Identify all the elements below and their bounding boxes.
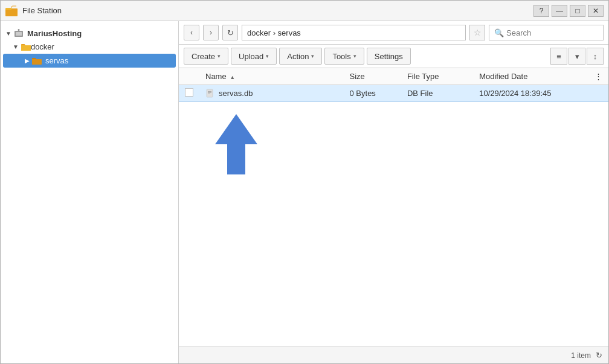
file-name: servas.db — [219, 89, 253, 98]
sidebar: ▼ MariusHosting ▼ docker ▶ — [1, 21, 179, 363]
settings-button[interactable]: Settings — [367, 48, 411, 65]
col-type-header[interactable]: File Type — [401, 68, 473, 85]
navigation-toolbar: ‹ › ↻ docker › servas ☆ 🔍 — [179, 21, 608, 45]
table-header-row: Name ▲ Size File Type Modified Date — [179, 68, 608, 85]
sort-button[interactable]: ↕ — [587, 48, 604, 65]
annotation-arrow-container — [179, 102, 608, 174]
action-label: Action — [287, 52, 309, 61]
row-type-cell: DB File — [401, 85, 473, 102]
col-checkbox-header — [179, 68, 199, 85]
path-bar[interactable]: docker › servas — [242, 25, 466, 40]
status-bar: 1 item ↻ — [179, 346, 608, 363]
sidebar-item-servas-label: servas — [45, 56, 68, 65]
window-controls: ? — □ ✕ — [533, 5, 604, 17]
file-panel: ‹ › ↻ docker › servas ☆ 🔍 Create ▾ — [179, 21, 608, 363]
row-more-cell — [588, 85, 608, 102]
sidebar-host-label: MariusHosting — [27, 29, 82, 38]
col-date-header[interactable]: Modified Date — [473, 68, 588, 85]
view-dropdown-button[interactable]: ▾ — [569, 48, 585, 65]
col-size-header[interactable]: Size — [344, 68, 401, 85]
servas-folder-icon — [32, 57, 42, 65]
col-more-header: ⋮ — [588, 68, 608, 85]
back-button[interactable]: ‹ — [184, 25, 199, 40]
upload-dropdown-arrow: ▾ — [266, 53, 269, 59]
action-dropdown-arrow: ▾ — [311, 53, 314, 59]
view-controls: ≡ ▾ ↕ — [550, 48, 604, 65]
docker-folder-icon — [21, 43, 31, 51]
tools-dropdown-arrow: ▾ — [353, 53, 356, 59]
search-box[interactable]: 🔍 — [489, 25, 604, 40]
svg-point-4 — [18, 29, 19, 31]
search-input[interactable] — [506, 28, 598, 37]
title-bar: File Station ? — □ ✕ — [1, 1, 608, 21]
file-table: Name ▲ Size File Type Modified Date — [179, 68, 608, 102]
arrow-shaft — [227, 144, 245, 174]
row-name-cell: servas.db — [199, 85, 344, 102]
tools-label: Tools — [332, 52, 350, 61]
row-size-cell: 0 Bytes — [344, 85, 401, 102]
svg-rect-5 — [207, 89, 213, 97]
svg-rect-6 — [208, 91, 211, 92]
file-list: Name ▲ Size File Type Modified Date — [179, 68, 608, 346]
refresh-button[interactable]: ↻ — [222, 25, 238, 40]
close-button[interactable]: ✕ — [588, 5, 604, 17]
search-icon: 🔍 — [494, 28, 504, 37]
main-content: ▼ MariusHosting ▼ docker ▶ — [1, 21, 608, 363]
upload-button[interactable]: Upload ▾ — [231, 48, 277, 65]
svg-rect-8 — [208, 94, 210, 94]
help-button[interactable]: ? — [533, 5, 549, 17]
sidebar-host-mariushosting[interactable]: ▼ MariusHosting — [1, 26, 178, 40]
tools-button[interactable]: Tools ▾ — [324, 48, 364, 65]
svg-rect-3 — [16, 32, 22, 36]
table-row[interactable]: servas.db 0 Bytes DB File 10/29/2024 18:… — [179, 85, 608, 102]
favorite-button[interactable]: ☆ — [469, 25, 485, 40]
svg-rect-1 — [5, 8, 11, 10]
docker-expand-arrow: ▼ — [13, 43, 19, 50]
status-refresh-button[interactable]: ↻ — [596, 351, 602, 360]
upload-label: Upload — [239, 52, 263, 61]
path-text: docker › servas — [247, 28, 301, 37]
file-checkbox[interactable] — [185, 88, 193, 97]
item-count: 1 item — [571, 351, 591, 360]
sidebar-folder-docker-label: docker — [31, 42, 54, 51]
sidebar-item-servas[interactable]: ▶ servas — [3, 54, 176, 68]
annotation-arrow — [215, 114, 257, 174]
host-expand-arrow: ▼ — [5, 30, 11, 37]
minimize-button[interactable]: — — [552, 5, 567, 17]
action-button[interactable]: Action ▾ — [279, 48, 322, 65]
arrow-head — [215, 114, 257, 144]
row-date-cell: 10/29/2024 18:39:45 — [473, 85, 588, 102]
actions-toolbar: Create ▾ Upload ▾ Action ▾ Tools ▾ Setti… — [179, 45, 608, 68]
maximize-button[interactable]: □ — [570, 5, 585, 17]
file-station-window: File Station ? — □ ✕ ▼ MariusHosting ▼ — [0, 0, 609, 364]
create-label: Create — [192, 52, 215, 61]
name-sort-arrow: ▲ — [230, 74, 235, 80]
db-file-icon — [205, 89, 215, 98]
servas-expand-arrow: ▶ — [25, 57, 30, 64]
sidebar-folder-docker[interactable]: ▼ docker — [1, 40, 178, 53]
create-dropdown-arrow: ▾ — [218, 53, 221, 59]
list-view-button[interactable]: ≡ — [550, 48, 567, 65]
col-name-header[interactable]: Name ▲ — [199, 68, 344, 85]
row-checkbox-cell — [179, 85, 199, 102]
app-icon — [5, 5, 18, 17]
host-icon — [14, 28, 24, 38]
window-title: File Station — [22, 6, 533, 15]
forward-button[interactable]: › — [203, 25, 219, 40]
create-button[interactable]: Create ▾ — [184, 48, 228, 65]
svg-rect-7 — [208, 92, 211, 93]
